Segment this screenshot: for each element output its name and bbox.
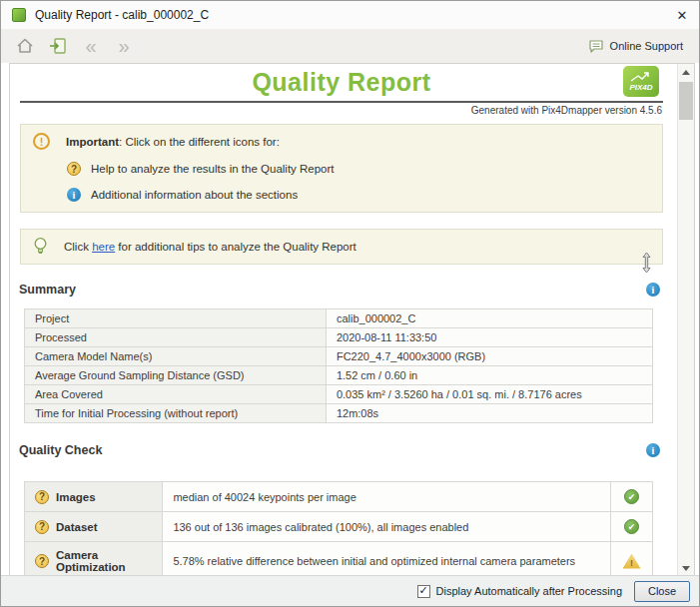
qc-label: Dataset — [56, 521, 98, 533]
info-icon[interactable]: i — [67, 188, 81, 202]
scroll-down-button[interactable] — [678, 560, 694, 576]
online-support-label: Online Support — [610, 40, 683, 52]
summary-value: 1.52 cm / 0.60 in — [326, 366, 652, 385]
important-intro-rest: : Click on the different icons for: — [119, 136, 280, 148]
nav-tool-group: « » — [13, 34, 136, 58]
summary-info-icon[interactable]: i — [646, 283, 660, 297]
display-auto-label: Display Automatically after Processing — [436, 585, 622, 597]
display-auto-checkbox[interactable]: ✓ — [417, 585, 430, 598]
forward-icon: » — [118, 36, 129, 56]
important-intro-row: ! Important: Click on the different icon… — [33, 133, 650, 150]
report-title: Quality Report — [16, 68, 667, 97]
quality-report-window: Quality Report - calib_000002_C ✕ « — [0, 0, 700, 607]
app-icon — [12, 8, 26, 22]
summary-value: 0.035 km² / 3.5260 ha / 0.01 sq. mi. / 8… — [326, 385, 652, 404]
generated-note: Generated with Pix4Dmapper version 4.5.6 — [16, 105, 662, 116]
scroll-up-button[interactable] — [678, 64, 694, 80]
status-icon: ✔ ! — [624, 519, 639, 534]
scroll-up-icon — [682, 70, 690, 75]
report-page: Quality Report PIX4D Generated with Pix4… — [10, 64, 677, 576]
quality-check-section-header: Quality Check i — [19, 443, 660, 457]
summary-row-camera-model: Camera Model Name(s) FC220_4.7_4000x3000… — [25, 347, 653, 366]
important-item-help: ? Help to analyze the results in the Qua… — [67, 162, 650, 176]
header-divider — [20, 101, 663, 103]
summary-row-time: Time for Initial Processing (without rep… — [25, 404, 653, 423]
info-glyph: i — [652, 445, 655, 456]
vertical-scrollbar[interactable] — [677, 64, 694, 576]
home-button[interactable] — [13, 34, 37, 58]
close-icon: ✕ — [677, 8, 688, 23]
tip-text: Click here for additional tips to analyz… — [64, 241, 356, 253]
summary-label: Camera Model Name(s) — [25, 347, 327, 366]
tip-box: Click here for additional tips to analyz… — [20, 229, 663, 265]
status-icon: ✔ ! — [623, 554, 641, 569]
back-icon: « — [85, 36, 96, 56]
important-label: Important — [66, 136, 119, 148]
summary-label: Project — [25, 309, 327, 328]
titlebar: Quality Report - calib_000002_C ✕ — [1, 1, 699, 29]
qc-label: Camera Optimization — [56, 549, 152, 573]
footer-bar: ✓ Display Automatically after Processing… — [1, 575, 699, 606]
forward-button[interactable]: » — [112, 34, 136, 58]
qc-row-dataset: ? Dataset 136 out of 136 images calibrat… — [25, 512, 653, 542]
toolbar: « » Online Support — [1, 29, 699, 63]
quality-check-info-icon[interactable]: i — [646, 443, 660, 457]
summary-row-project: Project calib_000002_C — [25, 309, 653, 328]
report-header: Quality Report PIX4D — [16, 64, 667, 97]
tip-here-link[interactable]: here — [92, 241, 115, 253]
logo-chart-arrow-icon — [630, 72, 650, 82]
summary-table: Project calib_000002_C Processed 2020-08… — [24, 308, 653, 423]
scrollbar-thumb[interactable] — [679, 82, 693, 120]
summary-value: FC220_4.7_4000x3000 (RGB) — [326, 347, 652, 366]
help-icon[interactable]: ? — [35, 490, 49, 504]
summary-label: Time for Initial Processing (without rep… — [25, 404, 327, 423]
help-icon[interactable]: ? — [35, 554, 49, 568]
window-close-button[interactable]: ✕ — [665, 1, 699, 29]
summary-value: 12m:08s — [326, 404, 652, 423]
checkmark-icon: ✓ — [418, 584, 427, 597]
quality-check-table: ? Images median of 40024 keypoints per i… — [24, 481, 653, 576]
important-item-info: i Additional information about the secti… — [67, 188, 650, 202]
resize-cursor-artifact — [642, 252, 651, 274]
summary-row-processed: Processed 2020-08-11 11:33:50 — [25, 328, 653, 347]
important-notice-box: ! Important: Click on the different icon… — [20, 124, 663, 213]
qc-label: Images — [56, 491, 96, 503]
pdf-export-icon — [48, 37, 68, 55]
question-glyph: ? — [39, 491, 45, 502]
export-pdf-button[interactable] — [46, 34, 70, 58]
qc-description: 136 out of 136 images calibrated (100%),… — [163, 512, 611, 542]
display-auto-option[interactable]: ✓ Display Automatically after Processing — [417, 585, 622, 598]
summary-row-gsd: Average Ground Sampling Distance (GSD) 1… — [25, 366, 653, 385]
summary-label: Processed — [25, 328, 327, 347]
tip-suffix: for additional tips to analyze the Quali… — [115, 241, 356, 253]
online-support-button[interactable]: Online Support — [588, 39, 683, 54]
question-glyph: ? — [71, 164, 77, 175]
summary-row-area: Area Covered 0.035 km² / 3.5260 ha / 0.0… — [25, 385, 653, 404]
warning-icon: ! — [623, 554, 641, 569]
check-icon: ✔ — [624, 519, 639, 534]
logo-text: PIX4D — [629, 83, 652, 92]
help-icon[interactable]: ? — [67, 162, 81, 176]
report-content-area: Quality Report PIX4D Generated with Pix4… — [9, 63, 695, 577]
speech-bubble-icon — [588, 39, 604, 54]
summary-heading: Summary — [19, 283, 76, 297]
summary-value: calib_000002_C — [326, 309, 652, 328]
back-button[interactable]: « — [79, 34, 103, 58]
check-icon: ✔ — [624, 489, 639, 504]
pix4d-logo: PIX4D — [623, 66, 659, 97]
quality-check-heading: Quality Check — [19, 443, 102, 457]
home-icon — [16, 37, 34, 55]
close-button[interactable]: Close — [634, 581, 690, 602]
summary-value: 2020-08-11 11:33:50 — [326, 328, 652, 347]
window-title: Quality Report - calib_000002_C — [35, 8, 209, 22]
qc-row-images: ? Images median of 40024 keypoints per i… — [25, 482, 653, 512]
qc-row-camera-optimization: ? Camera Optimization 5.78% relative dif… — [25, 542, 653, 577]
qc-description: 5.78% relative difference between initia… — [163, 542, 611, 577]
status-icon: ✔ ! — [624, 489, 639, 504]
help-icon[interactable]: ? — [35, 520, 49, 534]
info-item-text: Additional information about the section… — [91, 189, 298, 201]
important-intro-text: Important: Click on the different icons … — [66, 136, 280, 148]
summary-label: Area Covered — [25, 385, 327, 404]
info-glyph: i — [73, 190, 76, 201]
tip-prefix: Click — [64, 241, 92, 253]
